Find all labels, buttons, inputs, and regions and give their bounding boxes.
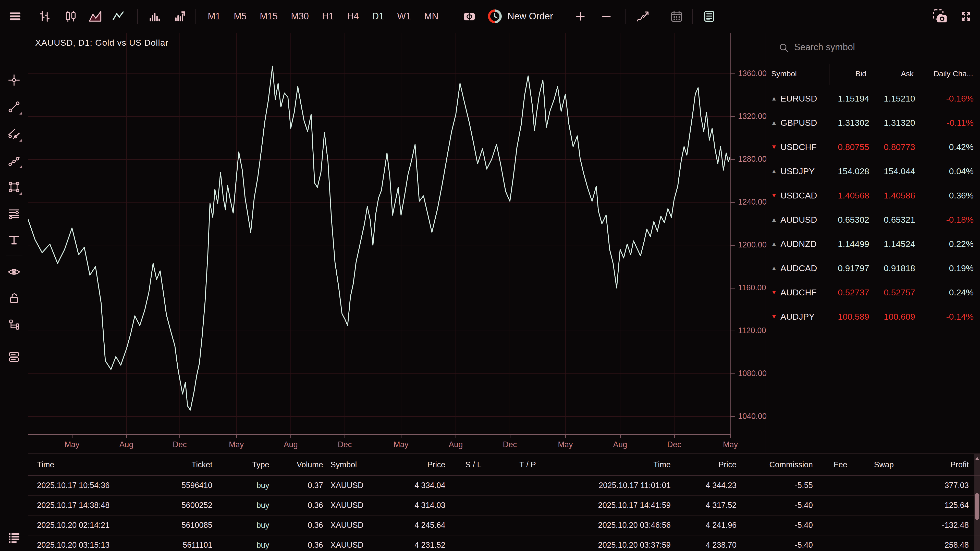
toolbar-separator — [451, 9, 451, 24]
timeframe-h1[interactable]: H1 — [318, 5, 339, 28]
toolbar-separator — [564, 9, 564, 24]
market-watch-row[interactable]: ▲ GBPUSD 1.31302 1.31320 -0.11% — [766, 110, 980, 135]
zoom-in-button[interactable] — [574, 5, 587, 28]
price-chart[interactable] — [28, 33, 730, 435]
price-tick — [730, 245, 735, 246]
search-icon — [778, 42, 789, 53]
history-column-header[interactable]: Swap — [853, 460, 894, 469]
timeframe-m30[interactable]: M30 — [286, 5, 313, 28]
timeframe-h4[interactable]: H4 — [342, 5, 363, 28]
column-header-bid[interactable]: Bid — [812, 69, 866, 78]
timeframe-d1[interactable]: D1 — [368, 5, 388, 28]
history-row[interactable]: 2025.10.17 10:54:365596410buy0.37XAUUSD4… — [28, 476, 980, 495]
screenshot-camera-icon[interactable] — [932, 5, 948, 28]
market-watch-row[interactable]: ▲ EURUSD 1.15194 1.15210 -0.16% — [766, 86, 980, 110]
chart-title: XAUUSD, D1: Gold vs US Dollar — [35, 38, 169, 48]
symbol-name: AUDCHF — [780, 287, 817, 297]
history-cell-commission: -5.55 — [757, 481, 813, 490]
daily-change: -0.14% — [919, 311, 974, 321]
market-watch-row[interactable]: ▲ USDJPY 154.028 154.044 0.04% — [766, 159, 980, 183]
market-watch-row[interactable]: ▲ AUDCAD 0.91797 0.91818 0.19% — [766, 256, 980, 280]
history-column-header[interactable]: Profit — [907, 460, 969, 469]
history-column-header[interactable]: Volume — [283, 460, 323, 469]
price-label-icon[interactable] — [462, 5, 477, 28]
timeframe-mn[interactable]: MN — [420, 5, 443, 28]
history-cell-type: buy — [222, 521, 269, 530]
area-chart-type-icon[interactable] — [88, 5, 103, 28]
history-column-header[interactable]: Ticket — [145, 460, 212, 469]
history-column-header[interactable]: Type — [222, 460, 269, 469]
indicators-icon[interactable] — [636, 5, 650, 28]
volume-bars-icon[interactable] — [148, 5, 162, 28]
horizontal-lines-tool-icon[interactable] — [7, 206, 21, 220]
history-row[interactable]: 2025.10.20 03:15:135611101buy0.36XAUUSD4… — [28, 535, 980, 551]
trade-list-icon[interactable] — [7, 531, 21, 544]
market-watch-row[interactable]: ▲ AUDNZD 1.14499 1.14524 0.22% — [766, 232, 980, 256]
submenu-corner — [19, 165, 22, 168]
time-axis[interactable]: MayAugDecMayAugDecMayAugDecMayAugDecMay — [28, 435, 730, 454]
history-column-header[interactable]: Time — [37, 460, 144, 469]
history-row[interactable]: 2025.10.20 02:14:215610085buy0.36XAUUSD4… — [28, 516, 980, 535]
history-cell-price2: 4 241.96 — [680, 521, 737, 530]
market-watch-row[interactable]: ▼ AUDJPY 100.589 100.609 -0.14% — [766, 304, 980, 329]
fullscreen-icon[interactable] — [959, 5, 974, 28]
market-watch-row[interactable]: ▼ USDCAD 1.40568 1.40586 0.36% — [766, 183, 980, 207]
history-column-header[interactable]: Commission — [757, 460, 813, 469]
symbol-name: USDJPY — [780, 166, 815, 176]
object-tree-icon[interactable] — [7, 318, 21, 331]
line-chart-type-icon-active[interactable] — [111, 5, 125, 28]
lock-icon[interactable] — [7, 292, 21, 305]
time-tick-label: May — [57, 440, 87, 449]
market-watch-row[interactable]: ▼ AUDCHF 0.52737 0.52757 0.24% — [766, 280, 980, 304]
history-cell-price: 4 231.52 — [384, 540, 445, 550]
price-axis[interactable]: 1360.001320.001280.001240.001200.001160.… — [730, 33, 766, 435]
scrollbar-up-arrow[interactable] — [975, 457, 979, 460]
time-tick — [345, 435, 345, 438]
history-column-header[interactable]: T / P — [519, 460, 563, 469]
bid-price: 1.31302 — [812, 118, 869, 127]
text-tool-icon[interactable] — [7, 233, 21, 247]
history-row[interactable]: 2025.10.17 14:38:485600252buy0.36XAUUSD4… — [28, 495, 980, 516]
column-header-ask[interactable]: Ask — [872, 69, 914, 78]
tick-volume-icon[interactable] — [173, 5, 187, 28]
market-watch-row[interactable]: ▼ USDCHF 0.80755 0.80773 0.42% — [766, 135, 980, 159]
bid-price: 100.589 — [812, 311, 869, 321]
history-column-header[interactable]: Time — [563, 460, 671, 469]
layers-stack-icon[interactable] — [7, 350, 21, 364]
bid-price: 0.80755 — [812, 142, 869, 152]
history-column-header[interactable]: Price — [384, 460, 445, 469]
search-placeholder: Search symbol — [794, 42, 855, 52]
hamburger-menu-icon[interactable] — [7, 5, 23, 28]
column-header-symbol[interactable]: Symbol — [771, 69, 797, 78]
channel-tool-icon[interactable] — [7, 127, 21, 141]
candlestick-chart-type-icon[interactable] — [64, 5, 78, 28]
symbol-name: AUDUSD — [780, 214, 817, 224]
new-order-button[interactable]: New Order — [488, 5, 553, 28]
ask-price: 1.14524 — [873, 239, 915, 249]
history-scrollbar[interactable] — [974, 454, 980, 551]
waves-tool-icon[interactable] — [7, 154, 21, 167]
timeframe-m1[interactable]: M1 — [203, 5, 225, 28]
crosshair-tool-icon[interactable] — [7, 73, 21, 87]
visibility-eye-icon[interactable] — [7, 265, 21, 279]
calendar-icon[interactable] — [670, 5, 684, 28]
history-column-header[interactable]: Fee — [811, 460, 847, 469]
history-cell-commission: -5.40 — [757, 501, 813, 510]
scrollbar-thumb[interactable] — [975, 493, 979, 520]
history-column-header[interactable]: S / L — [452, 460, 495, 469]
time-tick — [455, 435, 456, 438]
news-icon[interactable] — [702, 5, 716, 28]
shapes-tool-icon[interactable] — [7, 180, 21, 194]
zoom-out-button[interactable] — [600, 5, 613, 28]
timeframe-w1[interactable]: W1 — [393, 5, 415, 28]
bars-chart-type-icon[interactable] — [38, 5, 52, 28]
timeframe-m15[interactable]: M15 — [255, 5, 282, 28]
market-watch-row[interactable]: ▲ AUDUSD 0.65302 0.65321 -0.18% — [766, 207, 980, 232]
column-header-daily-change[interactable]: Daily Cha... — [919, 69, 973, 78]
history-column-header[interactable]: Price — [680, 460, 737, 469]
trendline-tool-icon[interactable] — [7, 100, 21, 114]
time-tick — [180, 435, 180, 438]
history-column-header[interactable]: Symbol — [331, 460, 382, 469]
symbol-search-field[interactable]: Search symbol — [766, 33, 980, 64]
timeframe-m5[interactable]: M5 — [229, 5, 251, 28]
